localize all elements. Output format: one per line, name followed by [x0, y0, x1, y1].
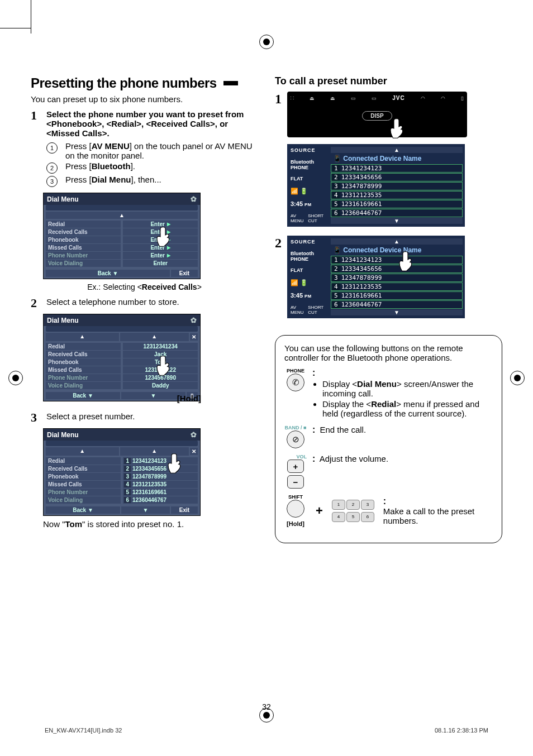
list-item[interactable]: Voice Dialing [46, 260, 121, 267]
preset-item[interactable]: 312347878999 [331, 274, 463, 282]
vol-up-icon[interactable]: + [287, 460, 304, 473]
preset-item[interactable]: 112341234123 [331, 164, 463, 173]
panel-title: Dial Menu ✿ [44, 429, 200, 441]
circled-1-icon: 1 [46, 142, 58, 154]
phone-icon[interactable]: ✆ [287, 374, 304, 391]
end-call-icon[interactable]: ⊘ [287, 430, 304, 448]
list-item[interactable]: Phonebook [46, 473, 121, 480]
preset-item[interactable]: 212334345656 [123, 465, 198, 472]
list-item[interactable]: Missed Calls [46, 244, 121, 251]
close-icon[interactable]: ✕ [190, 448, 198, 455]
list-item[interactable]: Redial [46, 457, 121, 465]
back-button[interactable]: Back ▼ [46, 392, 120, 399]
exit-button[interactable]: Exit [171, 506, 198, 514]
t: PHONE [291, 256, 308, 262]
preset-item[interactable]: 312347878999 [123, 473, 198, 480]
t: AV MENU [92, 141, 130, 151]
panel-grid: Redial Received Calls Phonebook Missed C… [44, 220, 200, 270]
remote-vol-item: VOL + − : Adjust the volume. [284, 454, 493, 489]
up-arrow-icon[interactable]: ▲ [331, 238, 463, 245]
preset-item[interactable]: 612360446767 [123, 496, 198, 504]
preset-item[interactable]: 612360446767 [331, 209, 463, 217]
preset-item[interactable]: 612360446767 [331, 300, 463, 309]
preset-item[interactable]: 512316169661 [123, 489, 198, 496]
vol-down-icon[interactable]: − [287, 475, 304, 489]
back-button[interactable]: Back ▼ [46, 270, 170, 277]
shift-icon[interactable] [287, 500, 304, 518]
contact-item[interactable]: 12312341234 [123, 343, 198, 350]
substeps: 1 Press [AV MENU] on the touch panel or … [46, 141, 258, 187]
list-item[interactable]: Received Calls [46, 465, 121, 472]
down-button[interactable]: ▼ [121, 392, 185, 399]
list-item[interactable]: Phone Number [46, 252, 121, 259]
close-icon[interactable]: ✕ [190, 333, 198, 341]
preset-num: 3 [124, 473, 131, 480]
list-item[interactable]: Voice Dialing [46, 496, 121, 504]
gear-icon: ✿ [191, 195, 197, 203]
preset-item[interactable]: 112341234123 [123, 457, 198, 465]
t: 12360446767 [341, 301, 382, 308]
list-item[interactable]: Phone Number [46, 489, 121, 496]
preset-item[interactable]: 312347878999 [331, 182, 463, 190]
list-item[interactable]: Voice Dialing [46, 382, 121, 389]
panel-title: Dial Menu ✿ [44, 193, 200, 205]
key-3-icon[interactable]: 3 [361, 500, 374, 510]
k: 4 [332, 192, 340, 199]
enter-button[interactable]: Enter▶ [123, 252, 198, 259]
enter-button[interactable]: Enter [123, 260, 198, 267]
panel-title: Dial Menu ✿ [44, 314, 200, 326]
preset-item[interactable]: 412312123535 [331, 283, 463, 291]
preset-item[interactable]: 412312123535 [123, 481, 198, 488]
t: 12334345656 [341, 265, 382, 272]
list-item[interactable]: Phonebook [46, 236, 121, 243]
up-arrow-icon[interactable]: ▲ [120, 333, 189, 341]
substep-2: 2 Press [Bluetooth]. [46, 161, 258, 174]
list-item[interactable]: Received Calls [46, 228, 121, 236]
remote-vol-text: : Adjust the volume. [312, 454, 388, 464]
preset-item[interactable]: 112341234123 [331, 256, 463, 264]
up-arrow-icon[interactable]: ▲ [46, 447, 119, 456]
menu-labels: AV MENUSHORT CUT [291, 213, 326, 223]
down-arrow-icon[interactable]: ▼ [331, 309, 463, 315]
preset-num: 5 [124, 489, 131, 495]
list-item[interactable]: Phonebook [46, 358, 121, 366]
up-arrow-icon[interactable]: ▲ [46, 333, 119, 341]
key-6-icon[interactable]: 6 [361, 512, 374, 522]
bullet: Display <Dial Menu> screen/Answer the in… [322, 379, 493, 398]
preset-item[interactable]: 512316169661 [331, 200, 463, 208]
substep-3: 3 Press [Dial Menu], then... [46, 175, 258, 187]
list-item[interactable]: Redial [46, 343, 121, 350]
substep-3-text: Press [Dial Menu], then... [65, 175, 161, 187]
down-button[interactable]: ▼ [121, 506, 170, 514]
list-item[interactable]: Missed Calls [46, 481, 121, 488]
t: 12360446767 [341, 209, 382, 217]
preset-item[interactable]: 212334345656 [331, 265, 463, 273]
disp-button[interactable]: DISP [362, 111, 392, 121]
up-arrow-icon[interactable]: ▲ [46, 212, 198, 219]
band-button-icon: BAND / ■ ⊘ [284, 425, 307, 448]
down-arrow-icon[interactable]: ▼ [331, 218, 463, 224]
key-5-icon[interactable]: 5 [346, 512, 360, 522]
source-label: SOURCE [291, 239, 326, 245]
key-4-icon[interactable]: 4 [332, 512, 345, 522]
exit-button[interactable]: Exit [171, 270, 198, 277]
t: Adjust the volume. [320, 454, 388, 463]
key-2-icon[interactable]: 2 [346, 500, 360, 510]
k: 3 [332, 183, 340, 190]
preset-item[interactable]: 412312123535 [331, 191, 463, 199]
t: 12316169661 [341, 292, 382, 299]
key-1-icon[interactable]: 1 [332, 500, 345, 510]
t: Bluetooth [291, 159, 314, 165]
contact-item[interactable]: Daddy [123, 382, 198, 389]
back-button[interactable]: Back ▼ [46, 506, 120, 514]
colon: : [312, 368, 315, 377]
list-item[interactable]: Redial [46, 221, 121, 228]
preset-item[interactable]: 512316169661 [331, 291, 463, 300]
t: > [197, 283, 202, 291]
list-item[interactable]: Phone Number [46, 374, 121, 381]
list-item[interactable]: Missed Calls [46, 366, 121, 374]
list-item[interactable]: Received Calls [46, 351, 121, 358]
t: Press [ [65, 175, 92, 184]
preset-item[interactable]: 212334345656 [331, 173, 463, 181]
up-arrow-icon[interactable]: ▲ [331, 147, 463, 153]
